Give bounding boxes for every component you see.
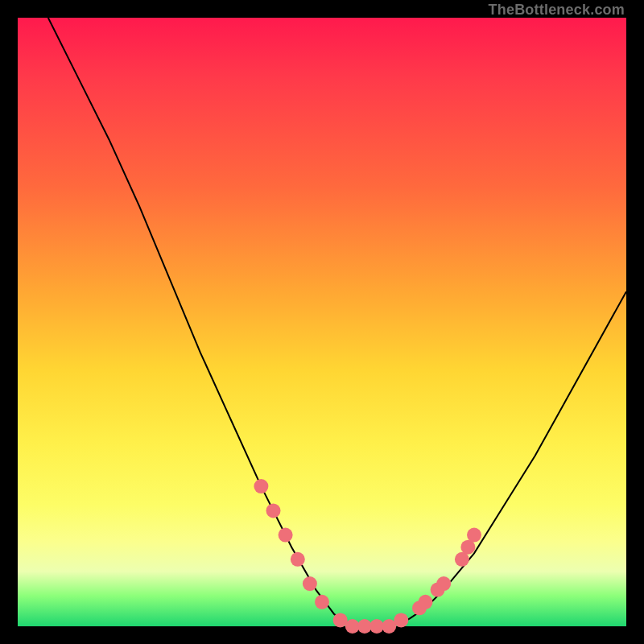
curve-marker [303,576,317,591]
curve-layer [48,18,626,626]
curve-marker [315,595,329,609]
chart-frame: TheBottleneck.com [0,0,644,644]
curve-marker [436,576,451,591]
chart-svg [18,18,626,626]
curve-marker [279,528,293,543]
watermark-text: TheBottleneck.com [489,2,625,19]
curve-marker [266,503,281,518]
marker-layer [254,479,481,634]
bottleneck-curve-path [48,18,626,626]
curve-marker [254,479,268,493]
curve-marker [291,552,305,567]
curve-marker [394,613,408,627]
curve-marker [419,595,433,609]
curve-marker [467,528,481,543]
